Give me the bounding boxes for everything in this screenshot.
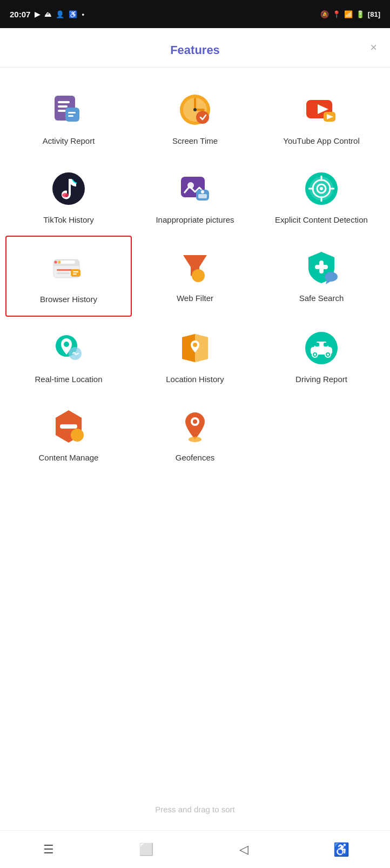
youtube-app-control-icon (303, 91, 340, 128)
svg-rect-21 (198, 194, 207, 198)
svg-point-16 (62, 193, 69, 197)
feature-screen-time[interactable]: Screen Time (132, 78, 258, 157)
feature-driving-report[interactable]: Driving Report (258, 317, 385, 396)
svg-point-49 (64, 342, 69, 347)
feature-browser-history[interactable]: Browser History (5, 236, 132, 317)
svg-rect-64 (60, 424, 77, 429)
status-battery-level: [81] (368, 10, 380, 18)
status-dot: • (82, 10, 84, 18)
svg-rect-37 (57, 269, 73, 271)
svg-rect-34 (60, 261, 75, 264)
driving-report-icon (303, 330, 340, 366)
status-accessibility-icon: ♿ (69, 10, 77, 18)
features-grid: Activity Report Screen Time (0, 68, 390, 485)
status-user-icon: 👤 (56, 10, 64, 18)
accessibility-icon: ♿ (333, 842, 349, 857)
svg-point-62 (327, 353, 329, 356)
nav-accessibility-button[interactable]: ♿ (328, 836, 355, 863)
close-button[interactable]: × (368, 39, 379, 56)
status-battery-icon: 🔋 (356, 10, 365, 18)
feature-realtime-location[interactable]: Real-time Location (5, 317, 132, 396)
svg-rect-38 (57, 272, 70, 274)
nav-back-button[interactable]: ◁ (230, 836, 257, 863)
status-youtube-icon: ▶ (35, 10, 40, 18)
menu-icon: ☰ (43, 843, 54, 857)
nav-home-button[interactable]: ⬜ (133, 836, 160, 863)
svg-rect-58 (324, 343, 328, 346)
svg-rect-41 (73, 273, 77, 275)
youtube-app-control-label: YouTube App Control (283, 136, 360, 146)
header: Features × (0, 28, 390, 68)
svg-rect-1 (58, 101, 70, 103)
svg-point-35 (55, 261, 57, 264)
tiktok-history-icon (50, 170, 87, 207)
feature-web-filter[interactable]: Web Filter (132, 236, 258, 317)
sort-hint-container: Press and drag to sort (0, 485, 390, 831)
inappropriate-pictures-label: Inappropriate pictures (156, 215, 234, 225)
explicit-content-detection-icon (303, 170, 340, 207)
feature-safe-search[interactable]: Safe Search (258, 236, 385, 317)
feature-content-manage[interactable]: Content Manage (5, 395, 132, 474)
safe-search-label: Safe Search (299, 293, 344, 304)
status-wifi-icon: 📶 (344, 10, 353, 18)
svg-rect-45 (315, 265, 328, 269)
svg-rect-40 (73, 271, 78, 272)
feature-tiktok-history[interactable]: TikTok History (5, 157, 132, 236)
svg-point-46 (325, 272, 338, 282)
sort-hint-text: Press and drag to sort (155, 805, 235, 814)
main-container: Features × Activity Report (0, 28, 390, 830)
svg-point-9 (193, 108, 197, 111)
feature-geofences[interactable]: Geofences (132, 395, 258, 474)
svg-point-43 (192, 269, 205, 282)
location-history-label: Location History (166, 374, 224, 385)
geofences-icon (177, 408, 213, 445)
svg-point-36 (58, 261, 61, 264)
content-manage-label: Content Manage (39, 452, 99, 463)
geofences-label: Geofences (176, 452, 215, 463)
feature-activity-report[interactable]: Activity Report (5, 78, 132, 157)
feature-location-history[interactable]: Location History (132, 317, 258, 396)
status-time: 20:07 (10, 10, 30, 19)
inappropriate-pictures-icon (177, 170, 213, 207)
screen-time-icon (177, 91, 213, 128)
page-title: Features (170, 43, 220, 57)
svg-rect-5 (68, 112, 76, 113)
svg-point-10 (196, 111, 209, 124)
status-bar: 20:07 ▶ ⛰ 👤 ♿ • 🔕 📍 📶 🔋 [81] (0, 0, 390, 28)
web-filter-label: Web Filter (177, 293, 213, 304)
svg-rect-4 (65, 108, 79, 122)
back-icon: ◁ (239, 843, 248, 857)
svg-rect-57 (315, 343, 319, 346)
status-location-icon: ⛰ (44, 10, 51, 18)
realtime-location-icon (50, 330, 87, 366)
svg-rect-2 (58, 105, 68, 108)
svg-rect-39 (71, 269, 80, 277)
activity-report-icon (50, 91, 87, 128)
nav-menu-button[interactable]: ☰ (35, 836, 62, 863)
svg-point-61 (314, 353, 316, 356)
svg-point-54 (193, 343, 197, 347)
status-mute-icon: 🔕 (320, 10, 329, 18)
feature-youtube-app-control[interactable]: YouTube App Control (258, 78, 385, 157)
explicit-content-detection-label: Explicit Content Detection (275, 215, 368, 225)
realtime-location-label: Real-time Location (35, 374, 102, 385)
svg-rect-6 (68, 115, 73, 117)
location-history-icon (177, 330, 213, 366)
svg-point-67 (193, 419, 197, 424)
svg-point-65 (71, 429, 84, 442)
svg-point-68 (189, 437, 201, 442)
screen-time-label: Screen Time (172, 136, 218, 146)
bottom-nav: ☰ ⬜ ◁ ♿ (0, 830, 390, 868)
driving-report-label: Driving Report (295, 374, 347, 385)
tiktok-history-label: TikTok History (43, 215, 94, 225)
svg-point-20 (201, 190, 204, 193)
feature-explicit-content-detection[interactable]: Explicit Content Detection (258, 157, 385, 236)
feature-inappropriate-pictures[interactable]: Inappropriate pictures (132, 157, 258, 236)
browser-history-icon (50, 250, 87, 286)
svg-point-26 (320, 187, 323, 190)
activity-report-label: Activity Report (43, 136, 95, 146)
browser-history-label: Browser History (40, 294, 97, 305)
content-manage-icon (50, 408, 87, 445)
web-filter-icon (177, 249, 213, 285)
safe-search-icon (303, 249, 340, 285)
